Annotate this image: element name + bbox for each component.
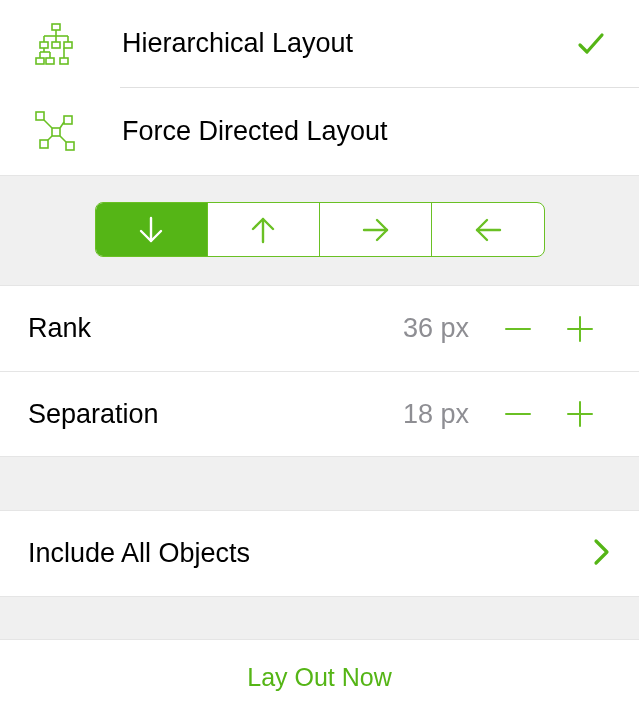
svg-rect-19 <box>40 140 48 148</box>
svg-rect-1 <box>40 42 48 48</box>
plus-icon <box>562 396 598 432</box>
svg-line-22 <box>44 120 52 128</box>
direction-left-button[interactable] <box>431 203 543 256</box>
checkmark-icon <box>571 29 611 59</box>
svg-rect-0 <box>52 24 60 30</box>
svg-line-24 <box>48 136 52 140</box>
separation-spacing-row: Separation 18 px <box>0 371 639 456</box>
rank-decrement-button[interactable] <box>487 308 549 350</box>
svg-rect-6 <box>60 58 68 64</box>
separation-increment-button[interactable] <box>549 393 611 435</box>
include-label: Include All Objects <box>28 538 593 569</box>
section-gap <box>0 456 639 511</box>
arrow-up-icon <box>249 215 277 245</box>
svg-line-23 <box>60 122 64 128</box>
arrow-left-icon <box>473 216 503 244</box>
minus-icon <box>500 396 536 432</box>
rank-spacing-row: Rank 36 px <box>0 286 639 371</box>
direction-up-button[interactable] <box>207 203 319 256</box>
rank-increment-button[interactable] <box>549 308 611 350</box>
direction-segmented-control <box>95 202 545 257</box>
svg-rect-20 <box>66 142 74 150</box>
svg-line-25 <box>60 136 66 142</box>
plus-icon <box>562 311 598 347</box>
arrow-down-icon <box>137 215 165 245</box>
section-gap <box>0 596 639 640</box>
separation-decrement-button[interactable] <box>487 393 549 435</box>
minus-icon <box>500 311 536 347</box>
layout-option-label: Force Directed Layout <box>122 116 571 147</box>
svg-rect-18 <box>64 116 72 124</box>
action-label: Lay Out Now <box>247 663 392 692</box>
lay-out-now-button[interactable]: Lay Out Now <box>0 640 639 713</box>
layout-option-hierarchical[interactable]: Hierarchical Layout <box>0 0 639 87</box>
separation-value: 18 px <box>403 399 469 430</box>
svg-rect-17 <box>36 112 44 120</box>
layout-option-label: Hierarchical Layout <box>122 28 571 59</box>
include-all-objects-row[interactable]: Include All Objects <box>0 511 639 596</box>
force-directed-icon <box>28 110 84 154</box>
hierarchical-icon <box>28 22 84 66</box>
layout-option-force-directed[interactable]: Force Directed Layout <box>0 88 639 175</box>
svg-rect-5 <box>46 58 54 64</box>
svg-rect-2 <box>52 42 60 48</box>
svg-rect-21 <box>52 128 60 136</box>
rank-value: 36 px <box>403 313 469 344</box>
rank-label: Rank <box>28 313 403 344</box>
chevron-right-icon <box>593 538 611 570</box>
layout-type-list: Hierarchical Layout <box>0 0 639 175</box>
direction-down-button[interactable] <box>96 203 207 256</box>
spacing-list: Rank 36 px Separation 18 px <box>0 286 639 456</box>
direction-right-button[interactable] <box>319 203 431 256</box>
separation-label: Separation <box>28 399 403 430</box>
svg-rect-3 <box>64 42 72 48</box>
arrow-right-icon <box>361 216 391 244</box>
svg-rect-4 <box>36 58 44 64</box>
direction-section <box>0 175 639 286</box>
